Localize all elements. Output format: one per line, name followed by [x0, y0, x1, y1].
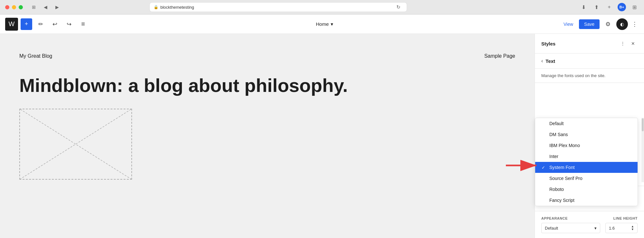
styles-more-button[interactable]: ⋮: [618, 39, 627, 48]
brush-tool-button[interactable]: ✏: [35, 18, 46, 30]
dropdown-label-dm-sans: DM Sans: [549, 132, 568, 137]
page-title: Home ▾: [91, 21, 558, 27]
wp-right-controls: View Save ⚙ ◐ ⋮: [560, 18, 639, 30]
browser-controls: ⊞ ◀ ▶: [29, 3, 62, 12]
chevron-down-icon: ▾: [331, 21, 333, 27]
dark-mode-toggle[interactable]: ◐: [616, 18, 628, 30]
styles-close-button[interactable]: ✕: [629, 39, 638, 48]
sidebar-toggle-button[interactable]: ⊞: [29, 3, 38, 12]
forward-button[interactable]: ▶: [52, 3, 62, 12]
extensions-icon[interactable]: ⊞: [630, 3, 639, 12]
main-layout: My Great Blog Sample Page Mindblown: a b…: [0, 34, 644, 238]
dropdown-item-ibm-plex-mono[interactable]: IBM Plex Mono: [535, 140, 638, 151]
save-button[interactable]: Save: [579, 19, 600, 29]
profile-badge[interactable]: B+: [618, 3, 626, 11]
check-icon-system-font: ✓: [542, 165, 547, 170]
back-to-styles-button[interactable]: ‹: [541, 58, 543, 64]
line-height-value: 1.6: [609, 226, 615, 231]
site-header: My Great Blog Sample Page: [19, 47, 515, 65]
font-dropdown[interactable]: Default DM Sans IBM Plex Mono Inter ✓ Sy…: [535, 118, 638, 206]
appearance-select[interactable]: Default ▾: [541, 223, 600, 233]
download-icon[interactable]: ⬇: [579, 3, 588, 12]
appearance-value: Default: [545, 226, 558, 231]
back-button[interactable]: ◀: [41, 3, 50, 12]
wp-logo[interactable]: W: [5, 18, 18, 31]
address-bar[interactable]: 🔒 blockthemetesting ↻: [149, 2, 407, 12]
arrow-indicator: [506, 160, 541, 173]
add-block-button[interactable]: +: [21, 18, 32, 30]
dropdown-item-system-font[interactable]: ✓ System Font: [535, 162, 638, 173]
lock-icon: 🔒: [154, 5, 158, 9]
canvas-area: My Great Blog Sample Page Mindblown: a b…: [0, 34, 535, 238]
dropdown-label-default: Default: [549, 121, 564, 126]
scrollbar[interactable]: [641, 118, 644, 182]
dropdown-item-default[interactable]: Default: [535, 118, 638, 129]
page-title-text: Home: [316, 21, 329, 27]
browser-right-controls: ⬇ ⬆ + B+ ⊞: [579, 3, 639, 12]
dropdown-label-system-font: System Font: [549, 165, 575, 170]
wp-admin-bar: W + ✏ ↩ ↪ ≡ Home ▾ View Save ⚙ ◐ ⋮: [0, 15, 644, 34]
page-heading: Mindblown: a blog about philosophy.: [19, 75, 515, 96]
site-title: My Great Blog: [19, 53, 52, 59]
close-window-button[interactable]: [5, 5, 9, 9]
control-labels: APPEARANCE LINE HEIGHT: [541, 216, 638, 220]
list-view-button[interactable]: ≡: [77, 18, 89, 30]
dropdown-item-inter[interactable]: Inter: [535, 151, 638, 162]
chevron-down-icon: ▾: [594, 226, 597, 231]
undo-button[interactable]: ↩: [49, 18, 61, 30]
more-options-button[interactable]: ⋮: [630, 19, 639, 29]
manage-fonts-description: Manage the fonts used on the site.: [535, 69, 644, 83]
styles-panel-header: Styles ⋮ ✕: [535, 34, 644, 54]
appearance-label: APPEARANCE: [541, 216, 608, 220]
styles-panel: Styles ⋮ ✕ ‹ Text Manage the fonts used …: [535, 34, 644, 238]
line-height-label: LINE HEIGHT: [613, 216, 638, 220]
scrollbar-thumb: [642, 118, 644, 131]
browser-chrome: ⊞ ◀ ▶ 🔒 blockthemetesting ↻ ⬇ ⬆ + B+ ⊞: [0, 0, 644, 15]
control-inputs: Default ▾ 1.6 ▲▼: [541, 223, 638, 233]
traffic-lights: [5, 5, 23, 9]
settings-button[interactable]: ⚙: [602, 18, 614, 30]
line-height-input[interactable]: 1.6 ▲▼: [605, 223, 638, 233]
spinner-icon: ▲▼: [631, 225, 634, 231]
text-section-header: ‹ Text: [535, 54, 644, 69]
dropdown-label-inter: Inter: [549, 154, 558, 159]
dropdown-item-roboto[interactable]: Roboto: [535, 184, 638, 195]
styles-panel-title: Styles: [541, 41, 555, 46]
maximize-window-button[interactable]: [19, 5, 23, 9]
dropdown-item-source-serif[interactable]: Source Serif Pro: [535, 173, 638, 184]
view-button[interactable]: View: [560, 20, 576, 29]
text-section-title: Text: [545, 58, 555, 64]
dropdown-label-ibm-plex: IBM Plex Mono: [549, 143, 580, 148]
dropdown-item-fancy-script[interactable]: Fancy Script: [535, 195, 638, 206]
dropdown-label-fancy-script: Fancy Script: [549, 198, 574, 203]
styles-header-icons: ⋮ ✕: [618, 39, 638, 48]
dropdown-label-source-serif: Source Serif Pro: [549, 176, 582, 181]
reload-button[interactable]: ↻: [394, 3, 403, 12]
dropdown-item-dm-sans[interactable]: DM Sans: [535, 129, 638, 140]
url-text: blockthemetesting: [160, 5, 194, 10]
bottom-controls: APPEARANCE LINE HEIGHT Default ▾ 1.6 ▲▼: [535, 211, 644, 238]
image-placeholder: [19, 109, 132, 180]
browser-titlebar: ⊞ ◀ ▶ 🔒 blockthemetesting ↻ ⬇ ⬆ + B+ ⊞: [0, 0, 644, 14]
share-icon[interactable]: ⬆: [592, 3, 601, 12]
nav-sample-page: Sample Page: [484, 53, 515, 59]
new-tab-button[interactable]: +: [605, 3, 614, 12]
redo-button[interactable]: ↪: [63, 18, 75, 30]
minimize-window-button[interactable]: [12, 5, 16, 9]
dropdown-label-roboto: Roboto: [549, 187, 564, 192]
